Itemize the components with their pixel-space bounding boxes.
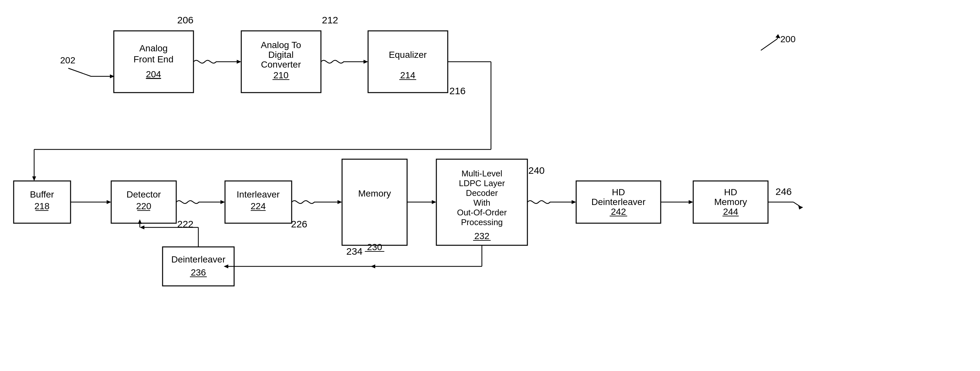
memory-num: 230 [367, 242, 382, 252]
svg-marker-47 [140, 225, 144, 229]
svg-text:Digital: Digital [268, 50, 294, 60]
deinterleaver-label: Deinterleaver [171, 254, 226, 265]
svg-text:Front End: Front End [134, 54, 173, 64]
svg-line-3 [68, 68, 91, 76]
svg-marker-25 [337, 200, 342, 204]
svg-marker-12 [364, 60, 368, 64]
ldpc-label-5: Out-Of-Order [457, 208, 507, 217]
hd-deinterleaver-label-2: Deinterleaver [592, 197, 646, 207]
ref-234: 234 [346, 246, 363, 257]
ref-200: 200 [780, 34, 795, 44]
interleaver-label: Interleaver [237, 189, 280, 200]
analog-front-end-num: 204 [146, 69, 161, 79]
ldpc-label-6: Processing [461, 217, 503, 227]
svg-marker-21 [107, 200, 111, 204]
ref-206: 206 [177, 14, 194, 25]
svg-line-0 [761, 39, 777, 50]
deinterleaver-box [162, 247, 234, 286]
svg-marker-30 [572, 200, 576, 204]
detector-label: Detector [126, 189, 161, 200]
hd-memory-num: 244 [723, 207, 738, 217]
ref-226: 226 [291, 219, 307, 229]
ref-246: 246 [775, 186, 792, 197]
ref-216: 216 [449, 86, 466, 96]
ldpc-label-4: With [473, 198, 490, 208]
svg-marker-18 [32, 176, 36, 181]
svg-text:Converter: Converter [261, 59, 301, 70]
adc-num: 210 [274, 70, 289, 80]
svg-marker-37 [798, 205, 803, 209]
detector-num: 220 [136, 201, 151, 211]
equalizer-label: Equalizer [389, 50, 427, 60]
svg-marker-2 [775, 34, 780, 38]
svg-marker-43 [224, 265, 228, 268]
buffer-label: Buffer [30, 189, 54, 200]
ldpc-num: 232 [474, 231, 490, 241]
ref-202: 202 [60, 55, 75, 65]
svg-marker-28 [432, 200, 436, 204]
ref-240: 240 [528, 165, 545, 176]
svg-marker-49 [138, 219, 142, 224]
ref-212: 212 [322, 14, 338, 25]
analog-front-end-label: Analog [139, 43, 167, 53]
interleaver-num: 224 [251, 201, 266, 211]
ldpc-label-2: LDPC Layer [459, 178, 505, 188]
ldpc-label-3: Decoder [466, 188, 498, 198]
equalizer-num: 214 [400, 70, 415, 80]
svg-marker-23 [220, 200, 225, 204]
svg-marker-33 [689, 200, 693, 204]
hd-deinterleaver-label-1: HD [612, 187, 625, 197]
equalizer-box [368, 31, 448, 93]
adc-label: Analog To [261, 40, 301, 50]
hd-deinterleaver-num: 242 [611, 207, 626, 217]
deinterleaver-num: 236 [191, 267, 206, 277]
hd-memory-label-1: HD [724, 187, 737, 197]
diagram-container: 200 202 Analog Front End 204 206 Analog … [0, 0, 980, 371]
memory-label: Memory [358, 189, 391, 198]
hd-memory-label-2: Memory [714, 197, 747, 207]
buffer-num: 218 [35, 201, 50, 211]
memory-box [342, 159, 407, 245]
ldpc-label-1: Multi-Level [461, 169, 502, 178]
svg-marker-8 [237, 60, 241, 64]
